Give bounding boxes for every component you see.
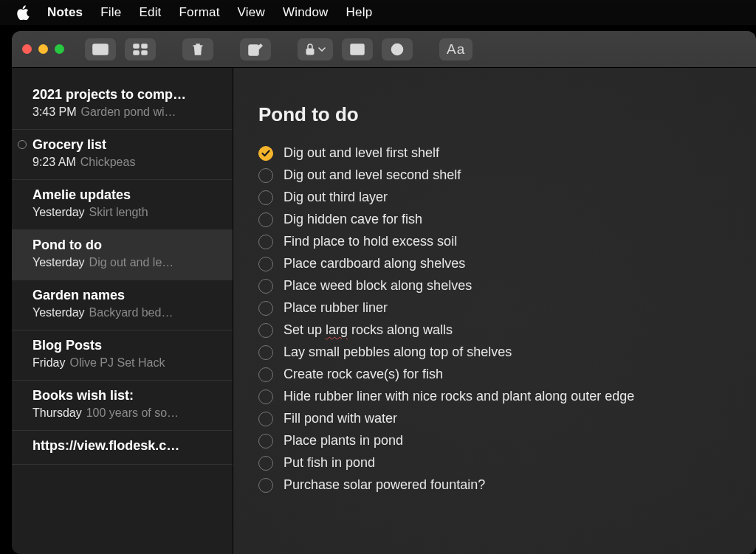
menu-window[interactable]: Window <box>283 5 329 20</box>
checkbox-unchecked-icon[interactable] <box>258 456 273 471</box>
minimize-window-button[interactable] <box>38 44 48 54</box>
checklist-item[interactable]: Place rubber liner <box>258 300 731 316</box>
checklist-item[interactable]: Lay small pebbles along top of shelves <box>258 344 731 360</box>
note-list-item[interactable]: Blog PostsFridayOlive PJ Set Hack <box>12 330 233 381</box>
note-list-item[interactable]: Amelie updatesYesterdaySkirt length <box>12 180 233 230</box>
checklist-item[interactable]: Dig out and level second shelf <box>258 167 731 183</box>
checklist-item-text: Place rubber liner <box>284 300 388 316</box>
gallery-view-icon <box>133 44 148 55</box>
checklist-item[interactable]: Place weed block along shelves <box>258 278 731 294</box>
note-list-title: Pond to do <box>32 238 222 253</box>
window-controls <box>22 44 64 54</box>
checklist-item[interactable]: Create rock cave(s) for fish <box>258 367 731 382</box>
checklist-item-text: Dig hidden cave for fish <box>284 212 422 227</box>
checkbox-unchecked-icon[interactable] <box>258 212 273 227</box>
checklist-item[interactable]: Fill pond with water <box>258 411 731 426</box>
checkbox-unchecked-icon[interactable] <box>258 367 273 382</box>
note-list-meta: FridayOlive PJ Set Hack <box>32 356 222 370</box>
gallery-view-button[interactable] <box>125 38 156 60</box>
menu-help[interactable]: Help <box>346 5 373 20</box>
menu-format[interactable]: Format <box>179 5 220 20</box>
note-list-meta: Thursday100 years of so… <box>32 406 222 420</box>
checklist-item[interactable]: Place plants in pond <box>258 433 731 449</box>
svg-rect-3 <box>142 44 147 48</box>
delete-button[interactable] <box>182 38 213 60</box>
checklist-button[interactable] <box>382 38 413 60</box>
menu-edit[interactable]: Edit <box>139 5 161 20</box>
checklist-item[interactable]: Dig hidden cave for fish <box>258 212 731 227</box>
table-button[interactable] <box>342 38 373 60</box>
checkbox-unchecked-icon[interactable] <box>258 190 273 205</box>
menu-view[interactable]: View <box>238 5 265 20</box>
checklist-item[interactable]: Place cardboard along shelves <box>258 256 731 271</box>
macos-menubar: Notes File Edit Format View Window Help <box>0 0 756 25</box>
svg-rect-2 <box>134 44 139 48</box>
checklist-item-text: Dig out third layer <box>284 190 388 205</box>
close-window-button[interactable] <box>22 44 32 54</box>
checkbox-unchecked-icon[interactable] <box>258 257 273 271</box>
note-list-item[interactable]: 2021 projects to comp…3:43 PMGarden pond… <box>12 80 233 130</box>
note-list-item[interactable]: Books wish list:Thursday100 years of so… <box>12 381 233 431</box>
note-list-meta: YesterdayBackyard bed… <box>32 306 222 319</box>
checkbox-unchecked-icon[interactable] <box>258 279 273 294</box>
checkbox-unchecked-icon[interactable] <box>258 323 273 338</box>
checkbox-unchecked-icon[interactable] <box>258 168 273 183</box>
checklist-item[interactable]: Purchase solar powered fountain? <box>258 477 731 493</box>
checklist-icon <box>391 43 404 56</box>
lock-button[interactable] <box>298 38 333 60</box>
table-icon <box>350 44 365 55</box>
zoom-window-button[interactable] <box>55 44 64 54</box>
checklist-item[interactable]: Find place to hold excess soil <box>258 234 731 249</box>
sidebar-toggle-button[interactable] <box>85 38 116 60</box>
checklist-item-text: Fill pond with water <box>284 411 397 426</box>
note-list-title: Blog Posts <box>32 338 222 353</box>
note-list-title: 2021 projects to comp… <box>32 87 222 103</box>
svg-rect-4 <box>134 51 139 55</box>
note-list-meta: YesterdayDig out and le… <box>32 256 222 269</box>
checklist-item-text: Dig out and level second shelf <box>284 167 461 183</box>
compose-icon <box>248 43 263 56</box>
sidebar-toggle-icon <box>92 44 109 55</box>
notes-window: Aa 2021 projects to comp…3:43 PMGarden p… <box>12 31 756 554</box>
text-style-button[interactable]: Aa <box>439 38 472 60</box>
checklist-item[interactable]: Dig out and level first shelf <box>258 145 731 161</box>
note-title[interactable]: Pond to do <box>258 103 731 126</box>
checkbox-unchecked-icon[interactable] <box>258 301 273 316</box>
checklist-item-text: Dig out and level first shelf <box>284 145 439 161</box>
checkbox-checked-icon[interactable] <box>258 146 273 161</box>
svg-rect-0 <box>93 44 108 55</box>
checklist-item-text: Lay small pebbles along top of shelves <box>284 344 512 360</box>
note-editor[interactable]: Pond to do Dig out and level first shelf… <box>233 68 756 554</box>
checklist-item[interactable]: Dig out third layer <box>258 190 731 205</box>
checkbox-unchecked-icon[interactable] <box>258 412 273 426</box>
checklist-item-text: Set up larg rocks along walls <box>284 322 453 338</box>
trash-icon <box>192 43 204 56</box>
checklist-item[interactable]: Put fish in pond <box>258 455 731 471</box>
text-style-icon: Aa <box>447 42 465 56</box>
note-list-item[interactable]: Grocery list9:23 AMChickpeas <box>12 130 233 180</box>
apple-menu-icon[interactable] <box>16 5 30 20</box>
checkbox-unchecked-icon[interactable] <box>258 235 273 249</box>
note-list-item[interactable]: https://view.flodesk.c… <box>12 431 233 465</box>
checkbox-unchecked-icon[interactable] <box>258 478 273 493</box>
checkbox-unchecked-icon[interactable] <box>258 345 273 360</box>
checklist-item[interactable]: Set up larg rocks along walls <box>258 322 731 338</box>
checkbox-unchecked-icon[interactable] <box>258 434 273 449</box>
note-list-meta: 3:43 PMGarden pond wi… <box>32 105 222 119</box>
svg-rect-7 <box>306 49 314 55</box>
compose-button[interactable] <box>240 38 271 60</box>
note-list-item[interactable]: Pond to doYesterdayDig out and le… <box>12 230 233 280</box>
checklist-item-text: Place weed block along shelves <box>284 278 472 294</box>
menu-file[interactable]: File <box>100 5 121 20</box>
note-list-title: Amelie updates <box>32 187 222 203</box>
app-menu[interactable]: Notes <box>47 5 83 20</box>
checklist-item-text: Find place to hold excess soil <box>284 234 457 249</box>
checkbox-unchecked-icon[interactable] <box>258 389 273 404</box>
chevron-down-icon <box>318 47 326 52</box>
checklist-item[interactable]: Hide rubber liner with nice rocks and pl… <box>258 389 731 404</box>
lock-icon <box>305 44 315 55</box>
note-list-item[interactable]: Garden namesYesterdayBackyard bed… <box>12 280 233 330</box>
note-list-title: Grocery list <box>32 137 222 153</box>
note-list-meta: 9:23 AMChickpeas <box>32 156 222 169</box>
notes-list[interactable]: 2021 projects to comp…3:43 PMGarden pond… <box>12 68 233 554</box>
